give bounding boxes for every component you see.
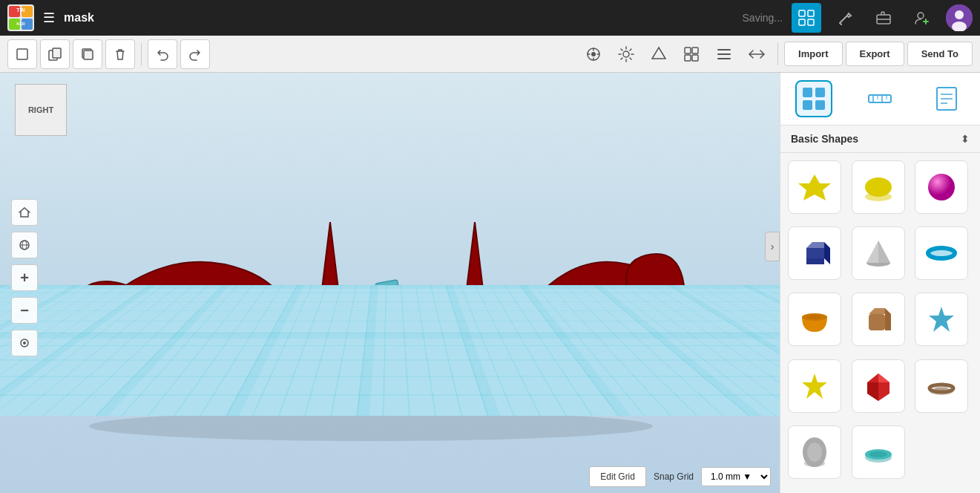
panel-collapse-btn[interactable]: ›	[765, 232, 780, 261]
shape-star-yellow[interactable]	[788, 359, 841, 413]
svg-marker-82	[802, 373, 827, 399]
fit-all-btn[interactable]	[11, 330, 38, 356]
group-btn[interactable]	[677, 39, 706, 69]
edit-grid-btn[interactable]: Edit Grid	[589, 466, 646, 487]
hole-btn[interactable]	[644, 39, 674, 69]
zoom-out-btn[interactable]: −	[11, 297, 38, 324]
duplicate-btn[interactable]	[73, 39, 102, 69]
shape-star-teal[interactable]	[915, 293, 968, 346]
zoom-in-btn[interactable]: +	[11, 264, 38, 291]
svg-marker-80	[885, 308, 891, 330]
svg-rect-8	[808, 10, 814, 16]
left-tools: + −	[6, 192, 43, 364]
shape-partial-2[interactable]	[852, 160, 905, 214]
svg-point-91	[807, 443, 822, 462]
svg-point-94	[869, 451, 887, 457]
svg-rect-78	[869, 314, 885, 330]
orbit-btn[interactable]	[11, 232, 38, 258]
new-btn[interactable]	[7, 39, 37, 69]
add-user-btn[interactable]	[907, 3, 937, 33]
svg-point-66	[865, 177, 892, 197]
shape-torus[interactable]	[915, 226, 968, 280]
grid-view-btn[interactable]	[792, 3, 821, 33]
export-btn[interactable]: Export	[846, 42, 904, 66]
svg-rect-52	[815, 88, 825, 97]
svg-marker-27	[652, 48, 665, 59]
svg-point-39	[23, 342, 26, 345]
viewport[interactable]: RIGHT + −	[0, 73, 780, 493]
bottombar: Edit Grid Snap Grid 1.0 mm ▼ 0.1 mm 0.5 …	[0, 460, 780, 493]
svg-marker-81	[929, 307, 954, 332]
svg-rect-28	[685, 48, 691, 53]
align-btn[interactable]	[709, 39, 739, 69]
copy-btn[interactable]	[40, 39, 70, 69]
svg-marker-73	[878, 241, 890, 263]
svg-marker-70	[824, 242, 830, 264]
ruler-tab[interactable]	[861, 80, 898, 117]
shapes-tab[interactable]	[795, 80, 832, 117]
notes-tab[interactable]	[928, 80, 965, 117]
svg-rect-51	[803, 88, 812, 97]
delete-btn[interactable]	[105, 39, 135, 69]
flip-btn[interactable]	[742, 39, 772, 69]
shape-gem-red[interactable]	[852, 359, 905, 413]
snap-grid-select[interactable]: 1.0 mm ▼ 0.1 mm 0.5 mm 2.0 mm 5.0 mm	[701, 467, 771, 486]
shape-gem-gray[interactable]	[788, 425, 841, 479]
shape-sphere[interactable]	[915, 160, 968, 214]
svg-text:TIN: TIN	[16, 7, 24, 13]
view-cube-face[interactable]: RIGHT	[15, 84, 67, 136]
svg-rect-29	[692, 48, 698, 53]
svg-marker-79	[869, 308, 885, 314]
shape-box[interactable]	[788, 226, 841, 280]
svg-marker-84	[878, 373, 889, 382]
svg-rect-30	[685, 55, 691, 61]
shape-ring[interactable]	[915, 359, 968, 413]
project-name[interactable]: mask	[64, 11, 94, 25]
send-to-btn[interactable]: Send To	[907, 42, 973, 66]
main-area: RIGHT + −	[0, 73, 980, 493]
import-btn[interactable]: Import	[784, 42, 842, 66]
user-avatar[interactable]	[946, 4, 973, 31]
shape-disc-teal[interactable]	[852, 425, 905, 479]
sep1	[141, 43, 142, 65]
saving-text: Saving...	[743, 12, 783, 24]
svg-point-88	[935, 386, 948, 391]
svg-marker-85	[867, 382, 878, 401]
svg-point-77	[807, 315, 822, 319]
shape-cone[interactable]	[852, 226, 905, 280]
build-btn[interactable]	[830, 3, 860, 33]
light-btn[interactable]	[611, 39, 641, 69]
shape-cube-rounded[interactable]	[852, 293, 905, 346]
home-view-btn[interactable]	[11, 199, 38, 226]
svg-rect-7	[799, 10, 805, 16]
svg-rect-19	[17, 49, 27, 59]
svg-text:KER: KER	[16, 22, 25, 26]
svg-rect-54	[815, 100, 825, 110]
svg-marker-69	[806, 242, 824, 258]
redo-btn[interactable]	[180, 39, 210, 69]
shape-bowl[interactable]	[788, 293, 841, 346]
shape-partial-1[interactable]	[788, 160, 841, 214]
tinkercad-logo[interactable]: TIN KER	[7, 4, 34, 31]
snap-grid-label: Snap Grid	[654, 471, 694, 482]
svg-point-25	[591, 52, 596, 56]
panel-dropdown-label: Basic Shapes	[791, 133, 858, 145]
panel-dropdown[interactable]: Basic Shapes ⬍	[780, 125, 980, 153]
svg-rect-9	[799, 19, 805, 25]
svg-rect-31	[692, 55, 698, 61]
panel-dropdown-arrow[interactable]: ⬍	[961, 133, 970, 145]
svg-rect-21	[53, 48, 61, 58]
undo-btn[interactable]	[148, 39, 177, 69]
svg-point-67	[928, 174, 955, 200]
svg-rect-10	[808, 19, 814, 25]
svg-marker-64	[798, 174, 831, 200]
svg-point-17	[955, 10, 964, 19]
briefcase-btn[interactable]	[869, 3, 898, 33]
snap-view-btn[interactable]	[579, 39, 608, 69]
shapes-grid	[780, 153, 980, 493]
svg-rect-55	[869, 95, 891, 102]
menu-icon-btn[interactable]: ☰	[43, 10, 55, 26]
view-cube[interactable]: RIGHT	[15, 84, 74, 143]
panel-tabs	[780, 73, 980, 125]
svg-rect-23	[84, 50, 93, 59]
